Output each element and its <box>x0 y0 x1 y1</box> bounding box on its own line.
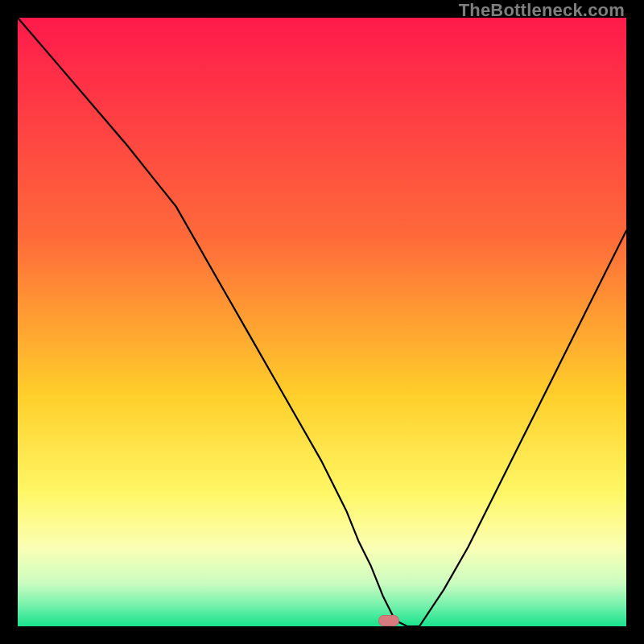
bottleneck-curve <box>18 18 626 626</box>
plot-area <box>18 18 626 626</box>
chart-frame: TheBottleneck.com <box>0 0 644 644</box>
optimum-marker <box>378 615 399 626</box>
watermark-text: TheBottleneck.com <box>459 0 625 21</box>
